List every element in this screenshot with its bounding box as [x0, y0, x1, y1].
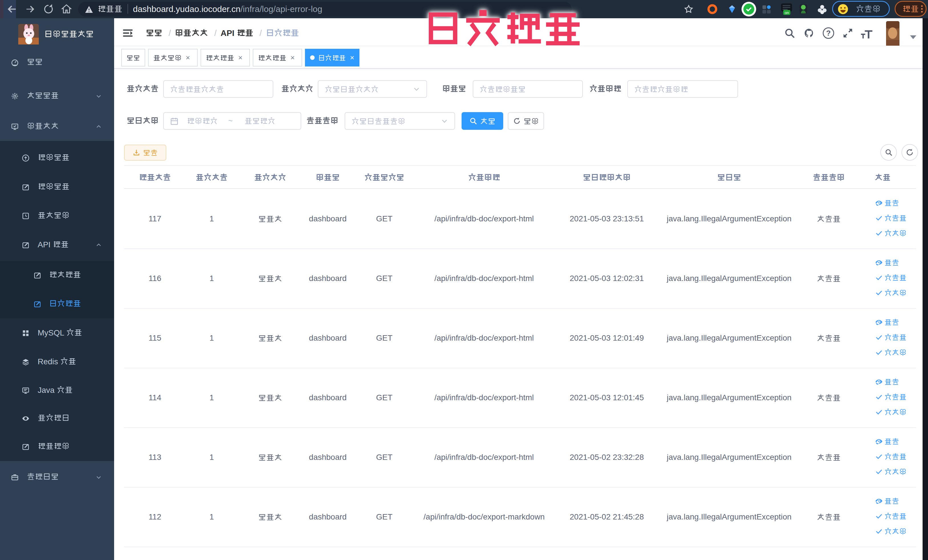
svg-text:on: on: [785, 11, 789, 15]
